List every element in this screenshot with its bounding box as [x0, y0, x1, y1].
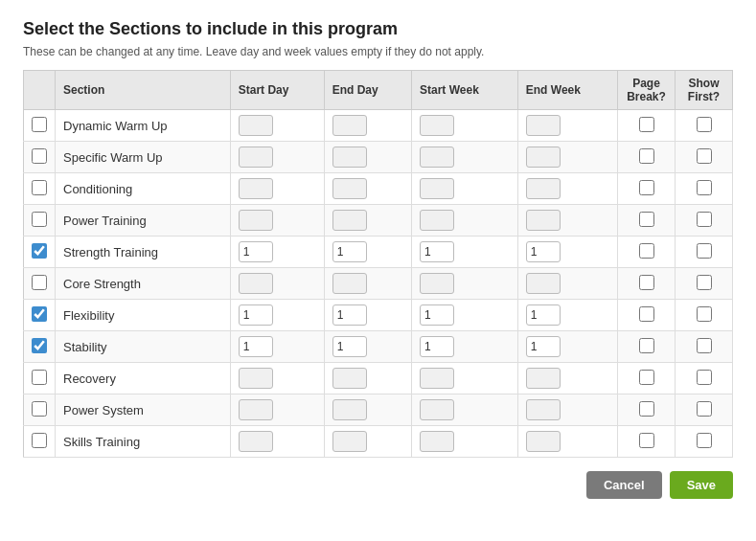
startDay-cell-flexibility: [230, 300, 324, 331]
startWeek-cell-recovery: [412, 363, 518, 394]
table-row: Power System: [24, 394, 733, 426]
endWeek-input-power-training: [526, 210, 561, 231]
footer-actions: Cancel Save: [23, 471, 733, 499]
show-first-checkbox-stability[interactable]: [697, 338, 712, 353]
section-name-dynamic-warm-up: Dynamic Warm Up: [56, 110, 231, 142]
endDay-cell-recovery: [324, 363, 411, 394]
show-first-checkbox-power-training[interactable]: [697, 212, 712, 227]
show-first-checkbox-power-system[interactable]: [697, 401, 712, 417]
row-select-checkbox-dynamic-warm-up[interactable]: [32, 117, 47, 132]
show-first-checkbox-specific-warm-up[interactable]: [697, 148, 712, 164]
endWeek-input-stability[interactable]: [526, 336, 561, 357]
page-break-checkbox-flexibility[interactable]: [639, 306, 654, 322]
row-select-checkbox-recovery[interactable]: [32, 370, 47, 385]
endWeek-input-dynamic-warm-up: [526, 115, 561, 136]
page-break-checkbox-power-training[interactable]: [639, 212, 654, 227]
page-break-checkbox-recovery[interactable]: [639, 370, 654, 385]
startWeek-input-dynamic-warm-up: [420, 115, 454, 136]
endDay-cell-specific-warm-up: [324, 142, 411, 173]
show-first-cell-skills-training: [676, 426, 733, 458]
startDay-input-skills-training: [239, 431, 273, 452]
row-select-checkbox-power-training[interactable]: [32, 212, 47, 227]
section-name-core-strength: Core Strength: [56, 268, 231, 300]
startWeek-input-core-strength: [420, 273, 454, 294]
row-select-checkbox-flexibility[interactable]: [32, 306, 47, 322]
show-first-checkbox-dynamic-warm-up[interactable]: [697, 117, 712, 132]
startWeek-cell-power-system: [412, 394, 518, 426]
row-select-checkbox-specific-warm-up[interactable]: [32, 148, 47, 164]
startWeek-input-power-training: [420, 210, 454, 231]
row-select-checkbox-power-system[interactable]: [32, 401, 47, 417]
endWeek-input-flexibility[interactable]: [526, 304, 561, 326]
page-title: Select the Sections to include in this p…: [23, 19, 733, 39]
save-button[interactable]: Save: [670, 471, 733, 499]
page-break-checkbox-skills-training[interactable]: [639, 433, 654, 448]
endDay-input-strength-training[interactable]: [332, 241, 367, 262]
page-break-checkbox-strength-training[interactable]: [639, 243, 654, 259]
page-break-checkbox-dynamic-warm-up[interactable]: [639, 117, 654, 132]
startWeek-cell-stability: [412, 331, 518, 363]
startWeek-input-stability[interactable]: [420, 336, 454, 357]
startDay-input-strength-training[interactable]: [239, 241, 273, 262]
page-break-cell-dynamic-warm-up: [618, 110, 676, 142]
startWeek-input-strength-training[interactable]: [420, 241, 454, 262]
endDay-input-stability[interactable]: [332, 336, 367, 357]
startDay-input-power-system: [239, 399, 273, 420]
table-row: Skills Training: [24, 426, 733, 458]
table-row: Core Strength: [24, 268, 733, 300]
table-row: Specific Warm Up: [24, 142, 733, 173]
startWeek-input-skills-training: [420, 431, 454, 452]
endWeek-input-strength-training[interactable]: [526, 241, 561, 262]
show-first-checkbox-recovery[interactable]: [697, 370, 712, 385]
section-name-specific-warm-up: Specific Warm Up: [56, 142, 231, 173]
show-first-checkbox-core-strength[interactable]: [697, 275, 712, 290]
row-select-cell-core-strength: [24, 268, 56, 300]
page-break-checkbox-core-strength[interactable]: [639, 275, 654, 290]
page-break-cell-power-training: [618, 205, 676, 237]
row-select-checkbox-skills-training[interactable]: [32, 433, 47, 448]
cancel-button[interactable]: Cancel: [586, 471, 662, 499]
endWeek-cell-skills-training: [517, 426, 617, 458]
endDay-input-flexibility[interactable]: [332, 304, 367, 326]
startDay-cell-strength-training: [230, 237, 324, 268]
page-break-cell-specific-warm-up: [618, 142, 676, 173]
show-first-cell-stability: [676, 331, 733, 363]
startWeek-cell-specific-warm-up: [412, 142, 518, 173]
show-first-checkbox-flexibility[interactable]: [697, 306, 712, 322]
startWeek-cell-skills-training: [412, 426, 518, 458]
startWeek-input-recovery: [420, 368, 454, 389]
page-break-checkbox-specific-warm-up[interactable]: [639, 148, 654, 164]
startWeek-input-power-system: [420, 399, 454, 420]
page-break-checkbox-conditioning[interactable]: [639, 180, 654, 195]
endWeek-input-specific-warm-up: [526, 147, 561, 168]
startDay-input-flexibility[interactable]: [239, 304, 273, 326]
show-first-checkbox-conditioning[interactable]: [697, 180, 712, 195]
table-row: Power Training: [24, 205, 733, 237]
show-first-checkbox-skills-training[interactable]: [697, 433, 712, 448]
endDay-cell-skills-training: [324, 426, 411, 458]
row-select-checkbox-conditioning[interactable]: [32, 180, 47, 195]
row-select-cell-specific-warm-up: [24, 142, 56, 173]
endWeek-cell-specific-warm-up: [517, 142, 617, 173]
endWeek-cell-power-system: [517, 394, 617, 426]
endDay-cell-conditioning: [324, 173, 411, 205]
startWeek-cell-flexibility: [412, 300, 518, 331]
row-select-cell-dynamic-warm-up: [24, 110, 56, 142]
page-break-checkbox-power-system[interactable]: [639, 401, 654, 417]
row-select-checkbox-stability[interactable]: [32, 338, 47, 353]
row-select-cell-power-training: [24, 205, 56, 237]
section-name-recovery: Recovery: [56, 363, 231, 394]
show-first-cell-core-strength: [676, 268, 733, 300]
startDay-input-stability[interactable]: [239, 336, 273, 357]
row-select-checkbox-core-strength[interactable]: [32, 275, 47, 290]
section-name-stability: Stability: [56, 331, 231, 363]
startDay-cell-skills-training: [230, 426, 324, 458]
endWeek-cell-power-training: [517, 205, 617, 237]
show-first-checkbox-strength-training[interactable]: [697, 243, 712, 259]
show-first-cell-dynamic-warm-up: [676, 110, 733, 142]
startWeek-input-flexibility[interactable]: [420, 304, 454, 326]
page-break-checkbox-stability[interactable]: [639, 338, 654, 353]
show-first-cell-power-training: [676, 205, 733, 237]
row-select-checkbox-strength-training[interactable]: [32, 243, 47, 259]
startWeek-cell-dynamic-warm-up: [412, 110, 518, 142]
